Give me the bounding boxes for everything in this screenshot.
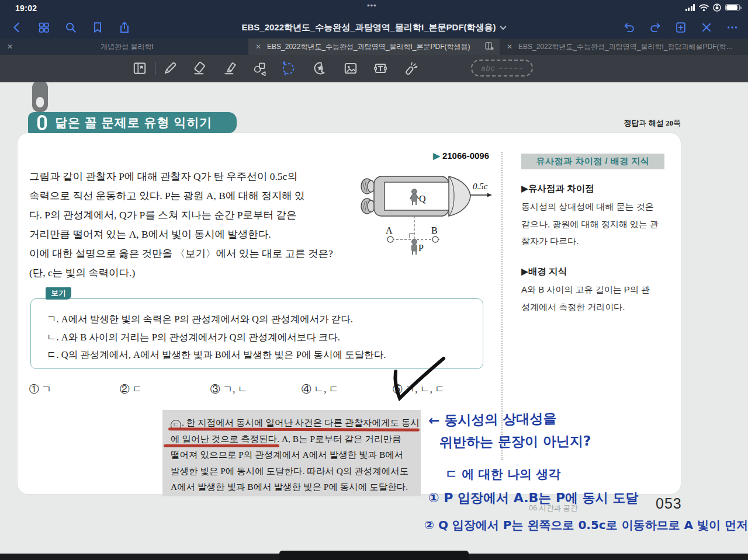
add-page-button[interactable]: [673, 20, 688, 35]
svg-text:P: P: [418, 243, 424, 253]
section-header-badge: 닮은 꼴 문제로 유형 익히기: [28, 112, 237, 133]
sidebar-paragraph: A와 B 사이의 고유 길이는 P의 관 성계에서 측정한 거리이다.: [521, 281, 650, 315]
tab-main-pdf-active[interactable]: ✕ EBS_2022학년도_수능완성_과탐영역_물리학I_본문PDF(학생용): [248, 39, 500, 55]
boki-item: ㄷ. Q의 관성계에서, A에서 발생한 빛과 B에서 발생한 빛은 P에 동시…: [47, 346, 386, 364]
answer-reference: 정답과 해설 20쪽: [624, 118, 681, 128]
tab-close-icon[interactable]: ✕: [255, 43, 261, 51]
annotation-toolbar: abc ~~~~~: [0, 55, 748, 82]
sidebar-heading: ▶유사점과 차이점: [521, 183, 594, 195]
close-document-button[interactable]: [699, 20, 714, 35]
section-title: 닮은 꼴 문제로 유형 익히기: [55, 114, 212, 131]
shapes-tool-icon[interactable]: [251, 60, 269, 77]
handwritten-checkmark: [383, 355, 456, 411]
tab-close-icon[interactable]: ✕: [507, 43, 512, 51]
orientation-lock-icon: [713, 4, 721, 12]
chevron-down-icon: [500, 25, 507, 30]
explanation-clipping: ㄷ. 한 지점에서 동시에 일어난 사건은 다른 관찰자에게도 동시 에 일어난…: [162, 410, 421, 496]
svg-text:Q: Q: [419, 194, 426, 204]
app-navigation-bar: EBS_2022학년도_수능완성_과탐영역_물리학I_본문PDF(학생용): [0, 16, 748, 39]
redo-button[interactable]: [647, 20, 663, 35]
handwritten-note: ← 동시성의 상대성을: [428, 409, 557, 430]
light-source-b: [432, 236, 438, 242]
sidebar-paragraph: 동시성의 상대성에 대해 묻는 것은 같으나, 광원에 대해 정지해 있는 관 …: [521, 198, 659, 250]
document-tabs: ✕ 개념완성 물리학I ✕ EBS_2022학년도_수능완성_과탐영역_물리학I…: [0, 39, 748, 55]
engine-nozzles: [361, 179, 375, 214]
eraser-tool-icon[interactable]: [191, 60, 209, 77]
status-bar: 19:02 •••: [0, 0, 748, 16]
boki-item: ㄴ. A와 B 사이의 거리는 P의 관성계에서가 Q의 관성계에서보다 크다.: [47, 329, 386, 347]
handwritten-note: 위반하는 문장이 아닌지?: [439, 432, 591, 451]
highlighter-tool-icon[interactable]: [221, 60, 239, 77]
svg-text:A: A: [386, 225, 393, 235]
handwritten-note: ② Q 입장에서 P는 왼쪽으로 0.5c로 이동하므로 A 빛이 먼저 도달: [424, 517, 748, 533]
red-underline: [164, 444, 279, 447]
more-menu-button[interactable]: [725, 20, 740, 35]
svg-text:B: B: [431, 225, 438, 235]
toolbar-divider: [155, 62, 156, 75]
handwriting-convert-area[interactable]: abc ~~~~~: [471, 60, 533, 76]
laser-pointer-tool-icon[interactable]: [402, 60, 420, 77]
handwritten-note: ㄷ 에 대한 나의 생각: [445, 466, 560, 482]
sticker-tool-icon[interactable]: [311, 60, 329, 77]
tab-answers-pdf[interactable]: ✕ EBS_2022학년도_수능완성_과탐영역_물리학I_정답과해설PDF(학생…: [500, 39, 748, 55]
home-indicator[interactable]: [279, 551, 469, 560]
sidebar-title: 유사점과 차이점 / 배경 지식: [521, 154, 664, 169]
tab-concept-physics[interactable]: ✕ 개념완성 물리학I: [0, 39, 248, 55]
light-source-a: [387, 236, 393, 242]
option-2: ② ㄷ: [120, 382, 142, 396]
clock: 19:02: [15, 4, 37, 13]
problem-text: 그림과 같이 관찰자 P에 대해 관찰자 Q가 탄 우주선이 0.5c의 속력으…: [29, 167, 354, 283]
battery-icon: [725, 4, 740, 11]
spaceship-figure: ▶ 21066-0096 Q 0.5c: [358, 151, 495, 256]
multitask-dots-icon[interactable]: •••: [367, 1, 377, 10]
problem-code: ▶ 21066-0096: [433, 151, 489, 161]
handwritten-note: ① P 입장에서 A.B는 P에 동시 도달: [428, 489, 638, 507]
image-tool-icon[interactable]: [342, 60, 359, 77]
clip-decoration: [32, 82, 48, 112]
cellular-signal-icon: [685, 4, 695, 11]
wifi-icon: [699, 4, 709, 12]
boki-items: ㄱ. A에서 발생한 빛의 속력은 P의 관성계에서와 Q의 관성계에서가 같다…: [47, 311, 386, 364]
tab-close-icon[interactable]: ✕: [7, 43, 13, 51]
textbox-tool-icon[interactable]: [372, 60, 389, 77]
pen-tool-icon[interactable]: [161, 60, 179, 77]
sidebar-heading: ▶배경 지식: [521, 266, 567, 278]
pdf-page: 닮은 꼴 문제로 유형 익히기 정답과 해설 20쪽 그림과 같이 관찰자 P에…: [0, 82, 748, 554]
boki-badge: 보기: [46, 287, 71, 300]
tip-sidebar: 유사점과 차이점 / 배경 지식 ▶유사점과 차이점 동시성의 상대성에 대해 …: [521, 154, 669, 169]
svg-text:0.5c: 0.5c: [473, 182, 488, 191]
split-view-icon[interactable]: [485, 42, 494, 52]
option-4: ④ ㄴ, ㄷ: [302, 382, 339, 396]
option-1: ① ㄱ: [29, 382, 51, 396]
undo-button[interactable]: [622, 20, 637, 35]
option-3: ③ ㄱ, ㄴ: [210, 382, 248, 396]
boki-item: ㄱ. A에서 발생한 빛의 속력은 P의 관성계에서와 Q의 관성계에서가 같다…: [47, 311, 386, 329]
clip-icon: [37, 115, 47, 130]
page-panel-icon[interactable]: [131, 60, 148, 77]
page-number: 053: [656, 495, 682, 512]
lasso-tool-icon[interactable]: [279, 60, 297, 77]
observer-p: [412, 239, 417, 255]
